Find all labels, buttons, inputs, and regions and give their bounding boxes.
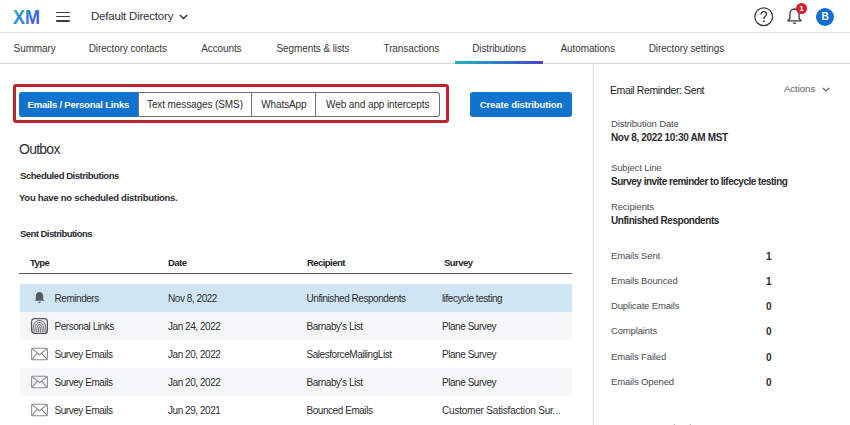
svg-text:XM: XM <box>13 8 40 26</box>
